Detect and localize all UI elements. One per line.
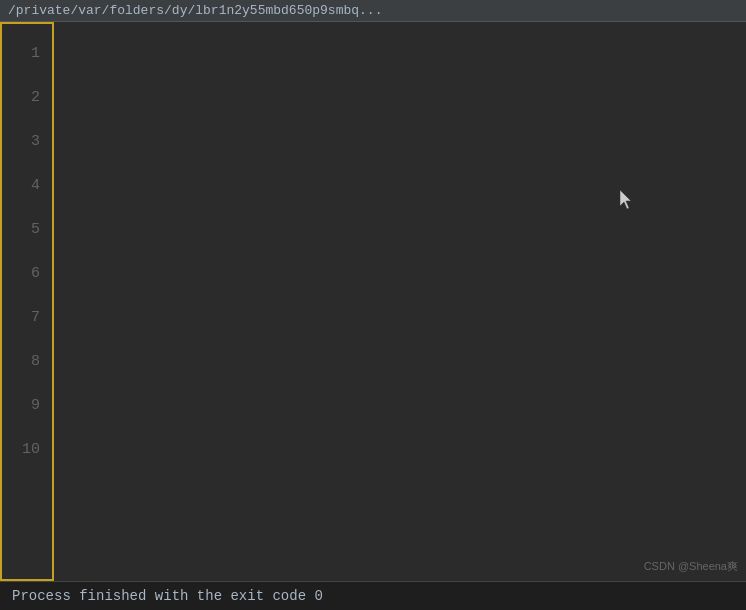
line-number: 6 [10, 252, 40, 296]
line-number: 4 [10, 164, 40, 208]
file-path: /private/var/folders/dy/lbr1n2y55mbd650p… [8, 3, 382, 18]
line-numbers-inner: 12345678910 [10, 32, 40, 472]
title-bar: /private/var/folders/dy/lbr1n2y55mbd650p… [0, 0, 746, 22]
line-number: 8 [10, 340, 40, 384]
main-area: 12345678910 [0, 22, 746, 581]
editor-container: /private/var/folders/dy/lbr1n2y55mbd650p… [0, 0, 746, 610]
line-number: 5 [10, 208, 40, 252]
line-numbers-wrapper: 12345678910 [0, 22, 54, 581]
watermark: CSDN @Sheena爽 [644, 559, 738, 574]
line-number: 10 [10, 428, 40, 472]
line-number: 2 [10, 76, 40, 120]
line-numbers-gutter: 12345678910 [2, 24, 52, 480]
process-message: Process finished with the exit code 0 [12, 588, 323, 604]
line-number: 1 [10, 32, 40, 76]
line-number: 9 [10, 384, 40, 428]
line-number: 7 [10, 296, 40, 340]
code-area[interactable] [54, 22, 746, 581]
line-number: 3 [10, 120, 40, 164]
status-bar: Process finished with the exit code 0 [0, 581, 746, 610]
